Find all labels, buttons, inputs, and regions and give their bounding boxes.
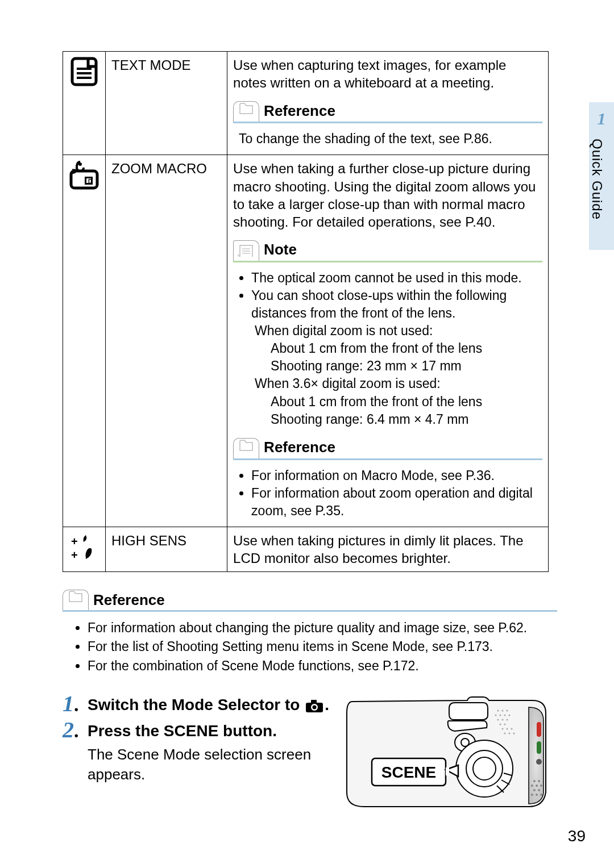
svg-rect-0 — [72, 59, 96, 85]
svg-text:+: + — [71, 549, 78, 561]
svg-point-53 — [511, 728, 512, 729]
svg-point-26 — [533, 780, 536, 782]
note-detail-line: About 1 cm from the front of the lens — [271, 340, 542, 357]
ref-item: For information about zoom operation and… — [251, 485, 542, 520]
svg-point-39 — [497, 710, 499, 711]
svg-rect-37 — [537, 741, 541, 754]
svg-point-35 — [540, 794, 542, 796]
reference-heading: Reference — [63, 589, 557, 612]
svg-point-51 — [501, 728, 503, 729]
svg-point-48 — [506, 719, 508, 720]
svg-point-45 — [508, 714, 510, 716]
svg-rect-58 — [446, 767, 449, 775]
text-document-icon — [69, 56, 99, 87]
note-label: Note — [260, 239, 297, 261]
zoom-macro-note-block: The optical zoom cannot be used in this … — [239, 269, 542, 428]
svg-point-30 — [540, 784, 542, 787]
folder-tab-icon — [63, 590, 89, 610]
ref-item: For information on Macro Mode, see P.36. — [251, 467, 542, 485]
reference-heading: Reference — [233, 101, 542, 123]
step-2-sub: The Scene Mode selection screen appears. — [88, 745, 326, 784]
svg-point-29 — [536, 784, 538, 787]
note-detail-line: When digital zoom is not used: — [255, 322, 542, 340]
side-chapter-number: 1 — [589, 109, 614, 128]
text-mode-ref-body: To change the shading of the text, see P… — [239, 130, 542, 148]
svg-point-31 — [533, 789, 536, 791]
high-sens-name: HIGH SENS — [106, 527, 227, 571]
svg-rect-15 — [311, 700, 317, 703]
note-detail-line: Shooting range: 6.4 mm × 4.7 mm — [271, 411, 542, 428]
svg-point-28 — [531, 784, 533, 787]
note-item: You can shoot close-ups within the follo… — [251, 287, 542, 322]
svg-point-33 — [531, 794, 533, 796]
camera-icon — [305, 699, 323, 713]
reference-label: Reference — [260, 101, 335, 122]
page-ref-item: For information about changing the pictu… — [88, 619, 557, 637]
svg-point-41 — [506, 710, 508, 711]
folder-tab-icon — [233, 101, 259, 122]
reference-heading: Reference — [233, 437, 542, 460]
svg-point-43 — [499, 714, 501, 716]
zoom-macro-name: ZOOM MACRO — [106, 155, 227, 527]
step-1-title-pre: Switch the Mode Selector to — [88, 696, 304, 713]
svg-point-44 — [504, 714, 505, 716]
note-heading: Note — [233, 240, 542, 262]
note-detail-line: Shooting range: 23 mm × 17 mm — [271, 357, 542, 375]
camera-illustration: SCENE — [341, 696, 550, 809]
page-ref-item: For the combination of Scene Mode functi… — [88, 657, 557, 675]
note-detail-line: When 3.6× digital zoom is used: — [255, 375, 542, 393]
text-mode-icon-cell — [63, 52, 106, 155]
svg-point-54 — [504, 732, 505, 734]
step-1-title-post: . — [325, 696, 329, 713]
svg-point-46 — [497, 719, 499, 720]
scene-callout-label: SCENE — [381, 763, 436, 781]
note-detail-line: About 1 cm from the front of the lens — [271, 393, 542, 411]
zoom-macro-desc: Use when taking a further close-up pictu… — [233, 160, 542, 231]
svg-rect-4 — [71, 171, 97, 188]
text-mode-name: TEXT MODE — [106, 52, 227, 155]
side-chapter-label: Quick Guide — [589, 139, 605, 220]
note-item: The optical zoom cannot be used in this … — [251, 269, 542, 287]
svg-point-32 — [538, 789, 540, 791]
svg-point-8 — [78, 162, 82, 166]
svg-text:D: D — [88, 178, 92, 185]
svg-text:+: + — [71, 535, 78, 548]
reference-label: Reference — [90, 590, 165, 610]
notepad-icon — [233, 240, 259, 261]
page-ref-item: For the list of Shooting Setting menu it… — [88, 637, 557, 656]
step-number: 2. — [63, 719, 88, 741]
zoom-macro-ref-block: For information on Macro Mode, see P.36.… — [239, 467, 542, 520]
page-number: 39 — [568, 827, 586, 845]
page-reference-section: Reference For information about changing… — [63, 589, 557, 675]
zoom-macro-icon-cell: D — [63, 155, 106, 527]
svg-point-17 — [313, 705, 317, 709]
side-tab: 1 Quick Guide — [589, 102, 614, 250]
high-sens-desc: Use when taking pictures in dimly lit pl… — [227, 527, 549, 571]
svg-point-38 — [536, 759, 542, 765]
svg-point-47 — [501, 719, 503, 720]
svg-point-55 — [508, 732, 510, 734]
svg-point-42 — [495, 714, 496, 716]
zoom-macro-desc-cell: Use when taking a further close-up pictu… — [227, 155, 549, 527]
svg-point-22 — [473, 757, 496, 780]
text-mode-desc: Use when capturing text images, for exam… — [233, 56, 542, 91]
high-sens-icon-cell: + + — [63, 527, 106, 571]
svg-point-52 — [506, 728, 508, 729]
svg-point-34 — [536, 794, 538, 796]
macro-zoom-icon: D — [69, 160, 99, 190]
folder-tab-icon — [233, 438, 259, 458]
step-number: 1. — [63, 692, 88, 715]
svg-point-40 — [501, 710, 503, 711]
svg-point-50 — [504, 723, 505, 725]
svg-rect-36 — [537, 722, 541, 737]
high-sens-icon: + + — [69, 532, 99, 562]
svg-point-56 — [513, 732, 515, 734]
svg-point-27 — [538, 780, 540, 782]
svg-point-49 — [499, 723, 501, 725]
scene-mode-table: TEXT MODE Use when capturing text images… — [63, 51, 549, 572]
text-mode-desc-cell: Use when capturing text images, for exam… — [227, 52, 549, 155]
reference-label: Reference — [260, 437, 335, 458]
